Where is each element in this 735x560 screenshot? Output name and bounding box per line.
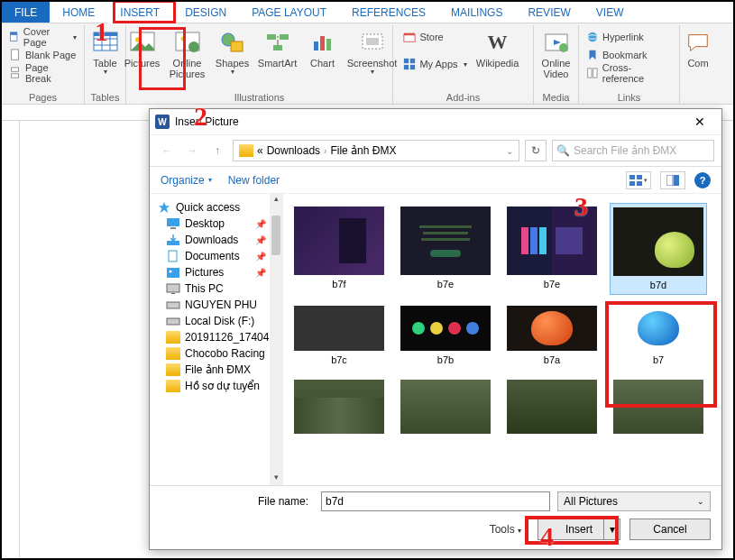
svg-rect-28 [404,59,409,63]
tab-page-layout[interactable]: PAGE LAYOUT [239,2,339,23]
file-thumb-b7d[interactable]: b7d [610,203,707,295]
cover-page-button[interactable]: Cover Page▾ [7,29,78,45]
file-thumb-b7c[interactable]: b7c [290,302,388,369]
tab-insert[interactable]: INSERT [107,2,172,23]
tree-thispc[interactable]: This PC [150,280,282,297]
tree-folder-1[interactable]: 20191126_174047 [150,329,282,345]
online-pictures-label: Online Pictures [166,58,209,79]
search-input[interactable]: 🔍 Search File ảnh ĐMX [552,140,714,161]
dialog-titlebar: W Insert Picture ✕ [150,109,721,134]
online-video-label: Online Video [537,58,576,79]
cancel-button[interactable]: Cancel [629,519,711,540]
breadcrumb-current[interactable]: File ảnh ĐMX [330,144,396,157]
tab-review[interactable]: REVIEW [515,2,583,23]
tree-desktop[interactable]: Desktop📌 [150,216,282,232]
store-icon [403,31,416,43]
svg-rect-31 [410,65,415,69]
tree-folder-2[interactable]: Chocobo Racing [150,345,282,362]
table-button[interactable]: Table▾ [87,27,124,77]
tab-view[interactable]: VIEW [583,2,637,23]
file-grid: b7f b7e b7e b7d b7c b7b b7a b7 [283,194,721,485]
tree-quick-access[interactable]: Quick access [150,199,282,216]
comment-button[interactable]: Com [682,27,714,69]
breadcrumb-prefix: « [257,144,263,157]
online-video-icon [543,29,570,56]
nav-forward-button[interactable]: → [182,141,202,161]
refresh-button[interactable]: ↻ [525,140,547,161]
insert-button[interactable]: Insert▾ [537,519,620,540]
new-folder-button[interactable]: New folder [228,174,280,187]
svg-rect-39 [593,69,597,78]
svg-point-14 [188,41,199,52]
smartart-icon [264,29,291,56]
hyperlink-button[interactable]: Hyperlink [584,29,674,45]
filter-dropdown[interactable]: All Pictures⌄ [557,491,711,511]
group-comments: Com [680,25,716,104]
svg-rect-45 [674,175,679,186]
breadcrumb-downloads[interactable]: Downloads [267,144,320,157]
tree-folder-3[interactable]: File ảnh ĐMX [150,362,282,378]
tree-scrollbar[interactable]: ▴ ▾ [270,194,282,485]
chevron-icon: › [324,146,326,156]
chevron-down-icon[interactable]: ⌄ [506,146,513,156]
svg-marker-50 [170,234,176,242]
insert-dropdown-arrow[interactable]: ▾ [603,519,620,539]
ribbon-tabs: FILE HOME INSERT DESIGN PAGE LAYOUT REFE… [2,2,733,23]
page-break-button[interactable]: Page Break [7,65,78,81]
file-thumb-b7a[interactable]: b7a [503,302,601,369]
blank-page-button[interactable]: Blank Page [7,47,78,63]
file-thumb-b7f[interactable]: b7f [290,203,388,295]
preview-pane-button[interactable] [660,171,685,189]
file-label: b7a [544,354,560,365]
tree-pictures[interactable]: Pictures📌 [150,264,282,280]
scroll-up-icon[interactable]: ▴ [270,194,282,207]
filename-label: File name: [161,495,314,508]
svg-rect-10 [94,32,117,36]
tree-localdisk[interactable]: Local Disk (F:) [150,313,282,329]
shapes-icon [219,29,246,56]
crossref-button[interactable]: Cross-reference [584,65,674,81]
nav-up-button[interactable]: ↑ [207,141,227,161]
nav-back-button[interactable]: ← [157,141,177,161]
scroll-down-icon[interactable]: ▾ [270,473,282,485]
help-button[interactable]: ? [694,172,711,188]
dialog-toolbar: Organize▾ New folder ▾ ? [150,167,721,194]
online-video-button[interactable]: Online Video [537,27,576,79]
bookmark-button[interactable]: Bookmark [584,47,674,63]
file-thumb-b7[interactable]: b7 [610,302,707,369]
tree-folder-4[interactable]: Hồ sơ dự tuyển [150,378,282,394]
pictures-label: Pictures [124,58,161,69]
tab-design[interactable]: DESIGN [172,2,239,23]
file-thumb-b7e-2[interactable]: b7e [503,203,601,295]
svg-rect-19 [280,34,289,40]
scroll-thumb[interactable] [271,216,280,255]
tree-documents[interactable]: Documents📌 [150,248,282,264]
tab-mailings[interactable]: MAILINGS [438,2,515,23]
svg-rect-44 [666,175,673,186]
svg-rect-30 [404,65,409,69]
tab-file[interactable]: FILE [2,2,50,23]
file-label: b7e [437,279,454,289]
view-mode-button[interactable]: ▾ [626,171,651,189]
filename-input[interactable] [321,491,550,511]
tab-home[interactable]: HOME [50,2,107,23]
tools-dropdown[interactable]: Tools ▾ [490,523,521,536]
file-thumb-b7e-1[interactable]: b7e [397,203,494,295]
tab-references[interactable]: REFERENCES [339,2,438,23]
cover-page-icon [9,31,20,43]
tree-nguyen[interactable]: NGUYEN PHU [150,297,282,313]
breadcrumb[interactable]: « Downloads › File ảnh ĐMX ⌄ [233,140,519,161]
myapps-button[interactable]: My Apps▾ [401,56,468,72]
organize-button[interactable]: Organize▾ [161,174,212,187]
file-thumb-row3-2[interactable] [397,376,494,437]
store-button[interactable]: Store [401,29,468,45]
folder-icon [166,347,180,360]
file-thumb-row3-1[interactable] [290,376,388,437]
file-thumb-b7b[interactable]: b7b [397,302,494,369]
file-thumb-row3-4[interactable] [610,376,707,437]
close-button[interactable]: ✕ [684,115,716,129]
wikipedia-button[interactable]: WWikipedia [471,27,525,69]
file-thumb-row3-3[interactable] [503,376,601,437]
file-label: b7f [332,279,345,289]
tree-downloads[interactable]: Downloads📌 [150,232,282,248]
